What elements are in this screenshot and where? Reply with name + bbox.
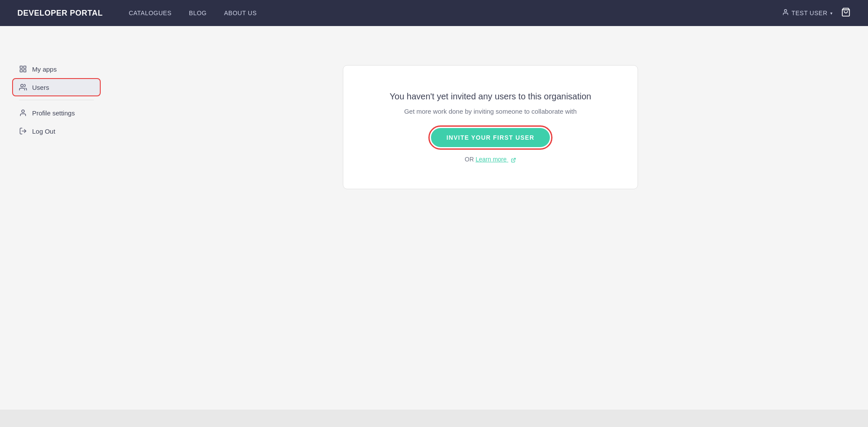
sidebar-item-label: Log Out bbox=[32, 128, 55, 135]
main-nav: CATALOGUES BLOG ABOUT US bbox=[129, 10, 782, 16]
nav-about[interactable]: ABOUT US bbox=[224, 10, 256, 16]
main-layout: My apps Users Profil bbox=[0, 26, 868, 410]
svg-point-0 bbox=[784, 10, 786, 12]
svg-rect-5 bbox=[20, 70, 22, 72]
sidebar-item-my-apps[interactable]: My apps bbox=[13, 61, 100, 77]
svg-rect-4 bbox=[24, 70, 26, 72]
sidebar-item-users[interactable]: Users bbox=[13, 79, 100, 95]
user-menu[interactable]: TEST USER ▾ bbox=[782, 9, 832, 17]
profile-icon bbox=[19, 109, 27, 117]
cart-icon[interactable] bbox=[841, 7, 851, 19]
svg-line-9 bbox=[513, 158, 516, 161]
user-icon bbox=[782, 9, 789, 17]
learn-more-link[interactable]: Learn more bbox=[476, 156, 516, 163]
apps-icon bbox=[19, 65, 27, 73]
site-logo: DEVELOPER PORTAL bbox=[17, 9, 103, 18]
external-link-icon bbox=[510, 157, 516, 163]
svg-point-6 bbox=[21, 84, 23, 87]
sidebar-item-profile-settings[interactable]: Profile settings bbox=[13, 105, 100, 121]
or-text: OR Learn more bbox=[465, 156, 516, 163]
invite-first-user-button[interactable]: INVITE YOUR FIRST USER bbox=[431, 128, 550, 147]
svg-rect-2 bbox=[20, 66, 22, 68]
user-name-label: TEST USER bbox=[792, 10, 828, 16]
svg-point-7 bbox=[22, 110, 24, 112]
header: DEVELOPER PORTAL CATALOGUES BLOG ABOUT U… bbox=[0, 0, 868, 26]
sidebar: My apps Users Profil bbox=[0, 52, 113, 410]
invite-users-card: You haven't yet invited any users to thi… bbox=[343, 65, 638, 189]
sidebar-item-logout[interactable]: Log Out bbox=[13, 123, 100, 139]
header-right: TEST USER ▾ bbox=[782, 7, 851, 19]
chevron-down-icon: ▾ bbox=[830, 11, 833, 16]
sidebar-item-label: Profile settings bbox=[32, 109, 75, 117]
logout-icon bbox=[19, 127, 27, 135]
svg-rect-3 bbox=[24, 66, 26, 68]
card-subtitle: Get more work done by inviting someone t… bbox=[404, 108, 577, 115]
sidebar-divider bbox=[19, 100, 94, 100]
nav-blog[interactable]: BLOG bbox=[189, 10, 207, 16]
sidebar-item-label: Users bbox=[32, 84, 49, 91]
footer bbox=[0, 410, 868, 427]
sidebar-item-label: My apps bbox=[32, 66, 57, 73]
nav-catalogues[interactable]: CATALOGUES bbox=[129, 10, 172, 16]
card-title: You haven't yet invited any users to thi… bbox=[390, 92, 591, 102]
users-icon bbox=[19, 83, 27, 91]
main-content: You haven't yet invited any users to thi… bbox=[113, 52, 868, 410]
